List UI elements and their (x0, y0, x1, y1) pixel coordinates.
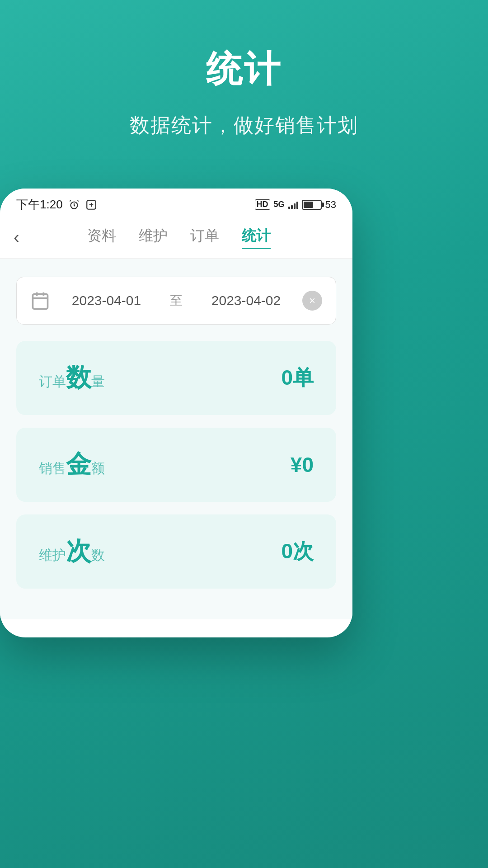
maintenance-label-prefix: 维护 (39, 546, 66, 565)
signal-icon (288, 201, 298, 209)
status-time: 下午1:20 (16, 197, 63, 212)
maintenance-count-value: 0次 (281, 538, 314, 566)
maintenance-label-suffix: 数 (91, 546, 105, 565)
order-count-value: 0单 (281, 364, 314, 392)
tab-ziliao[interactable]: 资料 (87, 226, 116, 249)
status-bar-right: HD 5G 53 (255, 199, 337, 211)
tab-dingdan[interactable]: 订单 (190, 226, 219, 249)
page-header: 统计 数据统计，做好销售计划 (0, 0, 488, 152)
sales-amount-card: 销售 金 额 ¥0 (16, 428, 336, 502)
maintenance-label-big: 次 (66, 534, 91, 569)
order-count-card: 订单 数 量 0单 (16, 341, 336, 415)
status-bar: 下午1:20 HD 5G (0, 189, 352, 217)
nav-tabs: 资料 维护 订单 统计 (33, 226, 325, 249)
tab-weihu[interactable]: 维护 (139, 226, 168, 249)
sales-label-prefix: 销售 (39, 459, 66, 478)
nav-bar: ‹ 资料 维护 订单 统计 (0, 217, 352, 259)
order-count-label: 订单 数 量 (39, 361, 105, 395)
calendar-icon (30, 291, 50, 311)
hd-badge: HD (255, 199, 270, 210)
maintenance-label: 维护 次 数 (39, 534, 105, 569)
back-button[interactable]: ‹ (14, 228, 19, 247)
page-subtitle: 数据统计，做好销售计划 (0, 112, 488, 139)
clear-date-button[interactable]: × (302, 291, 322, 311)
order-label-suffix: 量 (91, 373, 105, 391)
phone-mockup: 下午1:20 HD 5G (0, 189, 352, 637)
status-bar-left: 下午1:20 (16, 197, 97, 212)
order-label-prefix: 订单 (39, 373, 66, 391)
date-range-picker[interactable]: 2023-04-01 至 2023-04-02 × (16, 277, 336, 325)
battery-icon (302, 200, 322, 210)
maintenance-count-card: 维护 次 数 0次 (16, 514, 336, 589)
battery-level: 53 (325, 199, 336, 211)
date-separator: 至 (163, 292, 190, 309)
order-label-big: 数 (66, 361, 91, 395)
sales-amount-label: 销售 金 额 (39, 448, 105, 482)
page-title: 统计 (0, 45, 488, 94)
start-date[interactable]: 2023-04-01 (59, 293, 154, 308)
content-area: 2023-04-01 至 2023-04-02 × 订单 数 量 0单 销售 金 (0, 259, 352, 619)
tab-tongji[interactable]: 统计 (242, 226, 271, 249)
sales-amount-value: ¥0 (291, 453, 314, 477)
sales-label-big: 金 (66, 448, 91, 482)
nfc-icon (85, 199, 97, 211)
end-date[interactable]: 2023-04-02 (199, 293, 293, 308)
alarm-icon (68, 199, 80, 211)
sales-label-suffix: 额 (91, 459, 105, 478)
svg-rect-2 (33, 294, 48, 309)
5g-badge: 5G (274, 200, 285, 209)
